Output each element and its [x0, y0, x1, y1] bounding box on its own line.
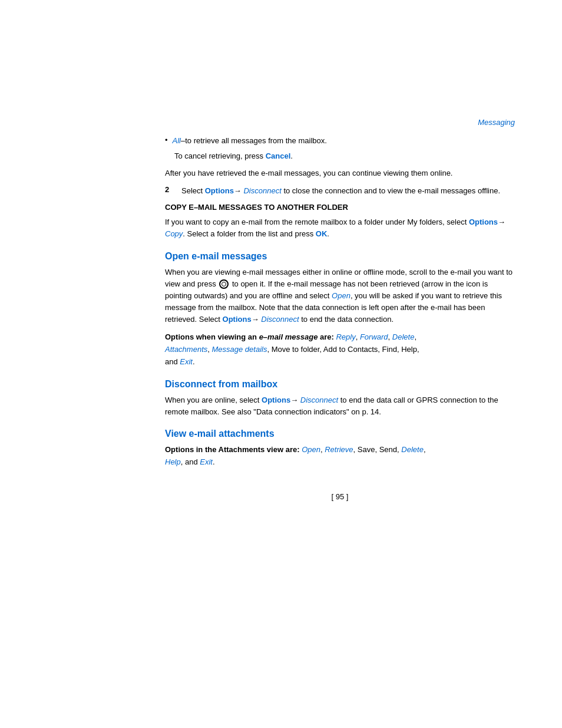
- bullet-section: • All–to retrieve all messages from the …: [165, 135, 515, 162]
- attach-save: Save: [358, 445, 375, 454]
- attach-help: Help: [165, 457, 181, 466]
- attachments-options: Options in the Attachments view are: Ope…: [165, 444, 515, 469]
- open-email-heading: Open e-mail messages: [165, 251, 515, 262]
- open-p1-end: to end the data connection.: [299, 315, 394, 324]
- step2: 2 Select Options→ Disconnect to close th…: [165, 185, 515, 197]
- message-details-link: Message details: [212, 345, 267, 354]
- copy-section-paragraph: If you want to copy an e-mail from the r…: [165, 216, 515, 240]
- copy-section-title: COPY E–MAIL MESSAGES TO ANOTHER FOLDER: [165, 203, 515, 212]
- page-footer: [ 95 ]: [165, 492, 515, 525]
- after-retrieve-text: After you have retrieved the e-mail mess…: [165, 169, 452, 177]
- step2-after: to close the connection and to view the …: [282, 186, 500, 195]
- view-attachments-heading: View e-mail attachments: [165, 429, 515, 439]
- step2-disconnect: Disconnect: [243, 186, 281, 195]
- attach-delete: Delete: [401, 445, 424, 454]
- disconnect-before: When you are online, select: [165, 396, 262, 404]
- reply-link: Reply: [336, 332, 355, 341]
- attach-retrieve: Retrieve: [325, 445, 353, 454]
- copy-title-text: COPY E–MAIL MESSAGES TO ANOTHER FOLDER: [165, 203, 348, 212]
- attachments-prefix: Options in the Attachments view are:: [165, 445, 302, 454]
- view-attachments-heading-text: View e-mail attachments: [165, 429, 275, 439]
- bullet-item-all: • All–to retrieve all messages from the …: [165, 135, 515, 147]
- section-header: Messaging: [165, 118, 515, 127]
- cancel-note-text: To cancel retrieving, press: [174, 151, 266, 160]
- copy-ok: OK: [316, 229, 328, 238]
- open-link: Open: [332, 291, 351, 300]
- cancel-period: .: [290, 151, 293, 160]
- bullet-text-all: All–to retrieve all messages from the ma…: [173, 135, 327, 147]
- attachments-link: Attachments: [165, 345, 207, 354]
- bullet-dot: •: [165, 136, 168, 144]
- open-email-paragraph: When you are viewing e-mail messages eit…: [165, 266, 515, 326]
- forward-link: Forward: [360, 332, 388, 341]
- copy-copy-link: Copy: [165, 229, 183, 238]
- move-to-folder: Move to folder: [272, 345, 320, 354]
- cancel-link: Cancel: [266, 151, 291, 160]
- step2-options: Options: [205, 186, 234, 195]
- step2-number: 2: [165, 185, 174, 194]
- options-when-viewing: Options when viewing an e–mail message a…: [165, 331, 515, 368]
- disconnect-options: Options: [262, 396, 290, 404]
- disconnect-link: Disconnect: [300, 396, 338, 404]
- scroll-icon: [219, 279, 229, 289]
- bullet1-text: –to retrieve all messages from the mailb…: [181, 136, 327, 145]
- delete-link: Delete: [392, 332, 415, 341]
- cancel-note: To cancel retrieving, press Cancel.: [174, 150, 515, 162]
- disconnect-heading-text: Disconnect from mailbox: [165, 379, 277, 389]
- attach-exit: Exit: [200, 457, 213, 466]
- content-area: Messaging • All–to retrieve all messages…: [0, 0, 562, 560]
- copy-options-link: Options: [469, 218, 498, 226]
- exit-link: Exit: [180, 357, 193, 366]
- options-prefix: Options when viewing an e–mail message a…: [165, 332, 336, 341]
- page-container: Messaging • All–to retrieve all messages…: [0, 0, 562, 728]
- after-retrieve-paragraph: After you have retrieved the e-mail mess…: [165, 167, 515, 179]
- section-label: Messaging: [478, 118, 515, 127]
- help-link: Help: [401, 345, 417, 354]
- disconnect-heading: Disconnect from mailbox: [165, 379, 515, 390]
- all-link: All: [173, 136, 181, 145]
- open-email-heading-text: Open e-mail messages: [165, 251, 267, 261]
- disconnect-paragraph: When you are online, select Options→ Dis…: [165, 394, 515, 418]
- copy-text-after: . Select a folder from the list and pres…: [183, 229, 315, 238]
- step2-text: Select Options→ Disconnect to close the …: [181, 185, 500, 197]
- attach-open: Open: [302, 445, 320, 454]
- find-link: Find: [382, 345, 397, 354]
- attach-send: Send: [379, 445, 397, 454]
- copy-text-before: If you want to copy an e-mail from the r…: [165, 218, 469, 226]
- open-disconnect: Disconnect: [261, 315, 299, 324]
- add-contacts: Add to Contacts: [323, 345, 378, 354]
- open-options: Options: [223, 315, 252, 324]
- copy-period: .: [327, 229, 329, 238]
- page-number: [ 95 ]: [332, 492, 349, 501]
